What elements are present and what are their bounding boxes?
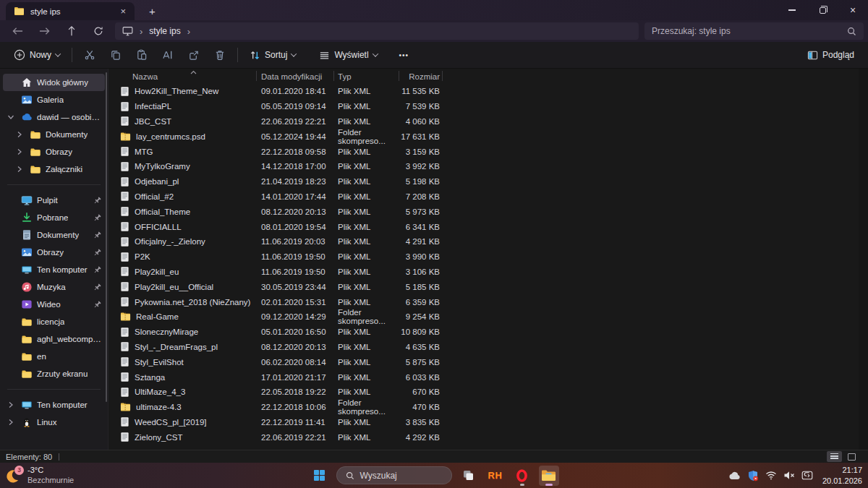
file-name-cell[interactable]: Zielony_CST xyxy=(116,432,257,442)
file-row[interactable]: MyTylkoGramy14.12.2018 17:00Plik XML3 99… xyxy=(116,159,868,174)
sidebar-item-zrzuty-ekranu[interactable]: Zrzuty ekranu xyxy=(3,365,105,382)
share-button[interactable] xyxy=(182,45,206,65)
file-row[interactable]: WeedCS_pl_[2019]22.12.2019 11:41Plik XML… xyxy=(116,415,868,430)
file-row[interactable]: SlonecznyMirage05.01.2020 16:50Plik XML1… xyxy=(116,325,868,340)
thumbnails-view-button[interactable] xyxy=(844,451,859,462)
sidebar-item-muzyka[interactable]: Muzyka xyxy=(3,278,105,296)
file-row[interactable]: Play2kill_eu__Official30.05.2019 23:44Pl… xyxy=(116,279,868,294)
view-button[interactable]: Wyświetl xyxy=(312,45,383,65)
paste-button[interactable] xyxy=(129,45,154,65)
rename-button[interactable] xyxy=(156,45,180,65)
file-row[interactable]: InfectiaPL05.05.2019 09:14Plik XML7 539 … xyxy=(116,99,868,114)
sidebar-item-ten-komputer[interactable]: Ten komputer xyxy=(3,261,105,278)
file-name-cell[interactable]: How2Kill_Theme_New xyxy=(116,86,257,97)
touch-keyboard-icon[interactable] xyxy=(801,471,813,480)
sidebar-item-dokumenty[interactable]: Dokumenty xyxy=(3,126,105,143)
file-row[interactable]: Official_#214.01.2020 17:44Plik XML7 208… xyxy=(116,189,868,205)
sidebar-item-widok-główny[interactable]: Widok główny xyxy=(3,74,105,91)
file-row[interactable]: How2Kill_Theme_New09.01.2020 18:41Plik X… xyxy=(116,84,868,99)
security-alert-icon[interactable] xyxy=(747,470,759,481)
details-view-button[interactable] xyxy=(827,451,842,462)
weather-widget[interactable]: 3 -3°C Bezchmurnie xyxy=(5,466,74,486)
onedrive-cloud-icon[interactable] xyxy=(728,471,741,480)
sort-button[interactable]: Sortuj xyxy=(243,45,302,65)
sidebar-item-aghl-webcompiler[interactable]: aghl_webcompiler xyxy=(3,330,105,348)
file-row[interactable]: Styl_-_DreamFrags_pl08.12.2020 20:13Plik… xyxy=(116,340,868,355)
sidebar-scrollbar[interactable] xyxy=(106,72,107,402)
explorer-tab[interactable]: style ips × xyxy=(6,2,135,20)
chevron-right-icon[interactable] xyxy=(14,166,25,173)
file-name-cell[interactable]: Odjebani_pl xyxy=(116,176,257,187)
file-row[interactable]: MTG22.12.2018 09:58Plik XML3 159 KB xyxy=(116,144,868,159)
sidebar-item-linux[interactable]: Linux xyxy=(3,414,105,431)
file-row[interactable]: Play2kill_eu11.06.2019 19:50Plik XML3 10… xyxy=(116,265,868,280)
more-options-button[interactable]: ••• xyxy=(393,45,416,65)
file-row[interactable]: Zielony_CST22.06.2019 22:21Plik XML4 292… xyxy=(116,429,868,445)
file-name-cell[interactable]: Play2kill_eu__Official xyxy=(116,281,257,292)
file-name-cell[interactable]: Real-Game xyxy=(116,312,257,322)
file-row[interactable]: Sztanga17.01.2020 21:17Plik XML6 033 KB xyxy=(116,369,868,385)
close-button[interactable]: × xyxy=(838,0,868,20)
file-name-cell[interactable]: Pykownia.net_2018 (NieZnany) xyxy=(116,296,257,307)
delete-button[interactable] xyxy=(208,45,232,65)
new-tab-button[interactable]: + xyxy=(145,2,160,20)
cut-button[interactable] xyxy=(77,45,102,65)
file-name-cell[interactable]: lay_centrumcs.psd xyxy=(116,132,257,142)
opera-button[interactable] xyxy=(512,466,532,486)
file-row[interactable]: Official_Theme08.12.2020 20:13Plik XML5 … xyxy=(116,204,868,219)
file-row[interactable]: ultimaze-4.322.12.2018 10:06Folder skomp… xyxy=(116,400,868,415)
file-row[interactable]: UltiMaze_4_322.05.2018 19:22Plik XML670 … xyxy=(116,385,868,400)
sidebar-item-dokumenty[interactable]: Dokumenty xyxy=(3,226,105,244)
tab-close-icon[interactable]: × xyxy=(117,6,129,17)
forward-button[interactable] xyxy=(31,22,58,40)
file-row[interactable]: Odjebani_pl21.04.2019 18:23Plik XML5 198… xyxy=(116,174,868,189)
refresh-button[interactable] xyxy=(85,22,111,40)
clock[interactable]: 21:17 20.01.2026 xyxy=(822,465,862,486)
list-scrollbar[interactable] xyxy=(859,69,868,450)
chevron-right-icon[interactable] xyxy=(14,131,25,138)
search-input[interactable]: Przeszukaj: style ips xyxy=(644,22,864,40)
task-view-button[interactable] xyxy=(459,466,479,486)
preview-button[interactable]: Podgląd xyxy=(801,45,861,65)
file-name-cell[interactable]: Oficjalny_-_Zielony xyxy=(116,236,257,247)
sidebar-item-en[interactable]: en xyxy=(3,348,105,365)
file-row[interactable]: Real-Game09.12.2020 14:29Folder skompres… xyxy=(116,309,868,325)
file-name-cell[interactable]: ultimaze-4.3 xyxy=(116,402,257,412)
sidebar-item-licencja[interactable]: licencja xyxy=(3,313,105,330)
file-row[interactable]: OFFICIALLL08.01.2020 19:54Plik XML6 341 … xyxy=(116,219,868,234)
sidebar-item-wideo[interactable]: Wideo xyxy=(3,296,105,313)
new-button[interactable]: Nowy xyxy=(7,45,67,65)
sidebar-item-obrazy[interactable]: Obrazy xyxy=(3,143,105,160)
back-button[interactable] xyxy=(4,22,31,40)
file-name-cell[interactable]: MyTylkoGramy xyxy=(116,161,257,172)
wifi-icon[interactable] xyxy=(765,471,777,480)
file-row[interactable]: lay_centrumcs.psd05.12.2024 19:44Folder … xyxy=(116,129,868,144)
file-row[interactable]: JBC_CST22.06.2019 22:21Plik XML4 060 KB xyxy=(116,114,868,129)
file-name-cell[interactable]: Styl_-_DreamFrags_pl xyxy=(116,341,257,352)
file-name-cell[interactable]: SlonecznyMirage xyxy=(116,327,257,338)
column-header-size[interactable]: Rozmiar xyxy=(399,69,443,84)
breadcrumb-segment[interactable]: style ips xyxy=(149,26,180,36)
chevron-right-icon[interactable] xyxy=(6,401,16,408)
file-row[interactable]: Styl_EvilShot06.02.2020 08:14Plik XML5 8… xyxy=(116,354,868,369)
column-header-date[interactable]: Data modyfikacji xyxy=(257,69,334,84)
chevron-right-icon[interactable] xyxy=(6,419,16,426)
file-name-cell[interactable]: Sztanga xyxy=(116,372,257,382)
taskbar-search[interactable]: Wyszukaj xyxy=(336,466,452,484)
file-name-cell[interactable]: Official_#2 xyxy=(116,191,257,202)
this-pc-icon[interactable] xyxy=(122,26,133,36)
file-explorer-button[interactable] xyxy=(539,466,559,486)
up-button[interactable] xyxy=(58,22,85,40)
sidebar-item-ten-komputer[interactable]: Ten komputer xyxy=(3,396,105,414)
file-name-cell[interactable]: UltiMaze_4_3 xyxy=(116,387,257,398)
file-row[interactable]: Pykownia.net_2018 (NieZnany)02.01.2020 1… xyxy=(116,294,868,309)
copy-button[interactable] xyxy=(103,45,128,65)
file-name-cell[interactable]: InfectiaPL xyxy=(116,101,257,112)
chevron-right-icon[interactable]: › xyxy=(187,26,190,37)
sidebar-item-galeria[interactable]: Galeria xyxy=(3,91,105,108)
column-header-name[interactable]: Nazwa xyxy=(116,69,257,84)
file-name-cell[interactable]: Styl_EvilShot xyxy=(116,356,257,367)
rh-app-button[interactable]: RH xyxy=(485,466,506,486)
chevron-right-icon[interactable] xyxy=(14,148,25,155)
sidebar-item-załączniki[interactable]: Załączniki xyxy=(3,160,105,178)
